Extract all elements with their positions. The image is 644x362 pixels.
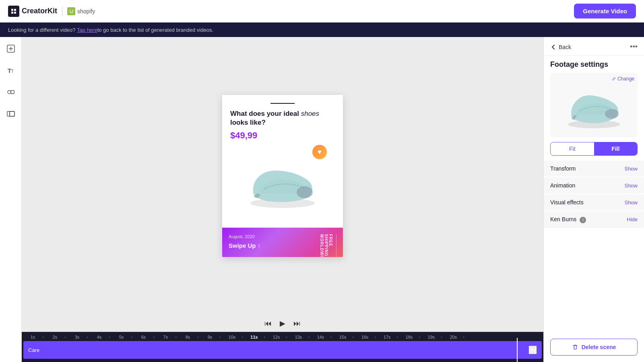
- fit-fill-row: Fit Fill: [550, 142, 638, 156]
- animation-row: Animation Show: [544, 177, 644, 193]
- back-arrow-icon: [550, 44, 557, 50]
- svg-rect-0: [11, 9, 13, 11]
- play-button[interactable]: ▶: [280, 319, 285, 328]
- ruler-mark-3s: 3s: [66, 335, 88, 339]
- skip-back-button[interactable]: ⏮: [264, 319, 272, 328]
- svg-point-4: [70, 12, 71, 13]
- playback-controls: ⏮ ▶ ⏭: [264, 315, 301, 332]
- transform-show-button[interactable]: Show: [624, 166, 638, 172]
- phone-vertical-text: FREE SHIPPING WORLDWIDE: [320, 234, 336, 257]
- phone-top: What does your ideal shoes looks like? $…: [222, 95, 343, 228]
- track-label: Care: [28, 347, 39, 353]
- ken-burns-info-icon[interactable]: i: [580, 217, 586, 223]
- back-button[interactable]: Back: [550, 44, 571, 50]
- footage-shoe-container: [562, 81, 626, 129]
- ruler-mark-5s: 5s: [110, 335, 132, 339]
- ruler-mark-7s: 7s: [155, 335, 177, 339]
- shoe-container: [242, 153, 323, 209]
- shoe-svg: [242, 153, 323, 209]
- logo-divider: [62, 6, 62, 16]
- animation-label: Animation: [550, 182, 575, 189]
- change-button[interactable]: Change: [611, 76, 634, 82]
- logo-area: CreatorKit shopify: [8, 6, 95, 17]
- phone-mockup: What does your ideal shoes looks like? $…: [222, 95, 343, 257]
- ruler-mark-10s: 10s: [221, 335, 243, 339]
- ruler-mark-6s: 6s: [132, 335, 155, 339]
- ruler-mark-4s: 4s: [88, 335, 110, 339]
- ruler-mark-17s: 17s: [376, 335, 398, 339]
- animation-show-button[interactable]: Show: [624, 183, 638, 189]
- visual-effects-show-button[interactable]: Show: [624, 200, 638, 206]
- ruler-mark-11s: 11s: [243, 335, 265, 339]
- track-cursor: [517, 338, 518, 362]
- headline-italic: shoes: [301, 110, 319, 117]
- left-sidebar: TT: [0, 37, 22, 362]
- phone-top-line: [270, 103, 295, 104]
- ruler-mark-14s: 14s: [310, 335, 332, 339]
- right-panel: Back ••• Footage settings Change: [543, 37, 644, 362]
- ken-burns-hide-button[interactable]: Hide: [627, 216, 638, 222]
- transform-row: Transform Show: [544, 160, 644, 177]
- ruler-mark-8s: 8s: [177, 335, 199, 339]
- more-options-button[interactable]: •••: [630, 43, 638, 51]
- phone-headline: What does your ideal shoes looks like?: [230, 109, 335, 127]
- ken-burns-label: Ken Burns i: [550, 216, 586, 223]
- shopify-text: shopify: [77, 8, 95, 14]
- main-layout: TT What does your ideal shoes looks like…: [0, 37, 644, 362]
- ruler-mark-12s: 12s: [265, 335, 287, 339]
- svg-point-19: [605, 109, 619, 119]
- svg-text:T: T: [8, 67, 11, 74]
- track-menu-button[interactable]: •••: [528, 346, 537, 354]
- ruler-mark-2s: 2s: [44, 335, 66, 339]
- transform-label: Transform: [550, 165, 576, 172]
- phone-product-area: ♥: [230, 141, 335, 221]
- sidebar-elements-icon[interactable]: [4, 85, 18, 99]
- footage-image-container: Change: [550, 73, 638, 137]
- svg-rect-14: [10, 111, 14, 116]
- headline-suffix: looks like?: [230, 119, 266, 126]
- svg-rect-12: [11, 90, 14, 94]
- footage-shoe-svg: [562, 81, 626, 129]
- shopify-bag-icon: [67, 7, 75, 15]
- svg-point-11: [8, 90, 11, 94]
- svg-rect-3: [14, 12, 16, 14]
- back-label: Back: [559, 44, 571, 50]
- fit-button[interactable]: Fit: [551, 142, 594, 155]
- visual-effects-label: Visual effects: [550, 199, 584, 206]
- infobar: Looking for a different video? Tap here …: [0, 23, 644, 37]
- svg-point-17: [297, 186, 313, 198]
- heart-badge: ♥: [312, 145, 327, 159]
- svg-rect-2: [11, 12, 13, 14]
- creatorkit-logo: CreatorKit: [8, 6, 57, 17]
- timeline-track[interactable]: Care •••: [23, 341, 542, 359]
- infobar-suffix: to go back to the list of generated bran…: [97, 27, 213, 33]
- timeline-ruler: 1s 2s 3s 4s 5s 6s 7s 8s 9s 10s 11s 12s 1…: [22, 332, 543, 341]
- sidebar-add-icon[interactable]: [4, 42, 18, 56]
- sidebar-scenes-icon[interactable]: [4, 107, 18, 121]
- delete-icon: [572, 344, 578, 350]
- canvas-wrapper: What does your ideal shoes looks like? $…: [22, 37, 543, 315]
- right-panel-header: Back •••: [544, 37, 644, 56]
- ruler-mark-13s: 13s: [287, 335, 310, 339]
- delete-scene-button[interactable]: Delete scene: [550, 339, 638, 356]
- edit-icon: [611, 76, 616, 81]
- visual-effects-row: Visual effects Show: [544, 194, 644, 210]
- ruler-mark-9s: 9s: [199, 335, 221, 339]
- ruler-mark-1s: 1s: [22, 335, 44, 339]
- topbar: CreatorKit shopify Generate Video: [0, 0, 644, 23]
- ruler-mark-15s: 15s: [332, 335, 354, 339]
- skip-forward-button[interactable]: ⏭: [293, 319, 301, 328]
- logo-text: CreatorKit: [22, 7, 57, 15]
- infobar-prefix: Looking for a different video?: [8, 27, 75, 33]
- tap-here-link[interactable]: Tap here: [77, 27, 97, 33]
- footage-settings-title: Footage settings: [544, 56, 644, 73]
- ruler-mark-20s: 20s: [442, 335, 464, 339]
- svg-text:T: T: [11, 69, 14, 74]
- timeline-section: 1s 2s 3s 4s 5s 6s 7s 8s 9s 10s 11s 12s 1…: [22, 332, 543, 362]
- generate-video-button[interactable]: Generate Video: [574, 4, 636, 19]
- svg-point-5: [72, 12, 73, 13]
- fill-button[interactable]: Fill: [594, 142, 638, 155]
- ruler-mark-16s: 16s: [354, 335, 376, 339]
- sidebar-text-icon[interactable]: TT: [4, 64, 18, 77]
- phone-bottom: August, 2020 Swipe Up ↑ FREE SHIPPING WO…: [222, 228, 343, 257]
